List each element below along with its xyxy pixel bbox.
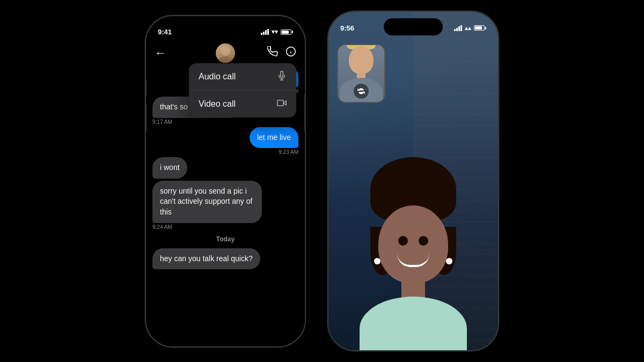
message-group-recv-2: i wont: [152, 157, 298, 179]
volume-down-button[interactable]: [145, 105, 147, 131]
wifi-icon-right: ▴▴: [465, 25, 471, 32]
message-bubble-recv-4: hey can you talk real quick?: [152, 248, 260, 270]
message-group-recv-4: hey can you talk real quick?: [152, 248, 298, 270]
video-call-option[interactable]: Video call: [189, 91, 296, 117]
battery-icon: [281, 29, 293, 35]
person-eye-right: [419, 236, 428, 246]
nav-bar-left: ←: [146, 43, 305, 64]
message-bubble-recv-2: i wont: [152, 157, 187, 179]
wifi-icon: ▾▾: [272, 28, 278, 35]
person-head: [378, 205, 448, 283]
svg-rect-8: [277, 100, 283, 106]
signal-icon: [261, 29, 269, 35]
power-button[interactable]: [304, 94, 306, 131]
message-time-recv-3: 9:24 AM: [152, 224, 298, 230]
section-label-today: Today: [152, 235, 298, 243]
person-eye-left: [398, 236, 408, 246]
pip-video[interactable]: [337, 44, 385, 103]
message-bubble-recv-3: sorry until you send a pic i can't activ…: [152, 181, 262, 223]
audio-call-option[interactable]: Audio call: [189, 63, 296, 91]
message-time-recv-1: 9:17 AM: [152, 119, 298, 125]
pip-flip-button[interactable]: [354, 84, 369, 99]
message-group-sent-2: let me live 9:23 AM: [152, 127, 298, 156]
contact-avatar[interactable]: [216, 43, 235, 63]
message-time-sent-2: 9:23 AM: [279, 149, 298, 155]
right-phone: 9:56 ▴▴: [327, 11, 499, 351]
audio-call-label: Audio call: [199, 72, 236, 82]
mic-icon: [277, 71, 287, 83]
volume-up-button[interactable]: [145, 80, 147, 97]
svg-point-0: [221, 46, 230, 56]
facetime-screen: 9:56 ▴▴: [328, 12, 498, 350]
signal-icon-right: [454, 25, 462, 31]
battery-icon-right: [474, 25, 486, 31]
pip-head: [349, 46, 374, 74]
status-icons-right: ▴▴: [454, 25, 486, 32]
phone-icon[interactable]: [267, 46, 278, 60]
status-time-left: 9:41: [158, 28, 172, 36]
status-bar-right: 9:56 ▴▴: [328, 12, 498, 39]
video-call-label: Video call: [199, 99, 236, 109]
video-icon: [277, 98, 287, 110]
person-earring-left: [374, 258, 380, 264]
info-icon[interactable]: [286, 46, 296, 60]
status-time-right: 9:56: [340, 24, 354, 32]
call-dropdown-menu: Audio call Video call: [189, 63, 296, 117]
message-bubble-sent-2: let me live: [250, 127, 298, 149]
person-earring-right: [446, 258, 452, 264]
back-button[interactable]: ←: [155, 46, 166, 60]
left-phone: 9:41 ▾▾ ←: [145, 15, 306, 348]
nav-action-icons: [267, 46, 296, 60]
dynamic-island: [199, 23, 252, 39]
status-icons-left: ▾▾: [261, 28, 293, 35]
svg-marker-7: [283, 101, 286, 105]
person-neck: [401, 278, 425, 299]
svg-point-1: [218, 56, 233, 63]
message-group-recv-3: sorry until you send a pic i can't activ…: [152, 181, 298, 230]
